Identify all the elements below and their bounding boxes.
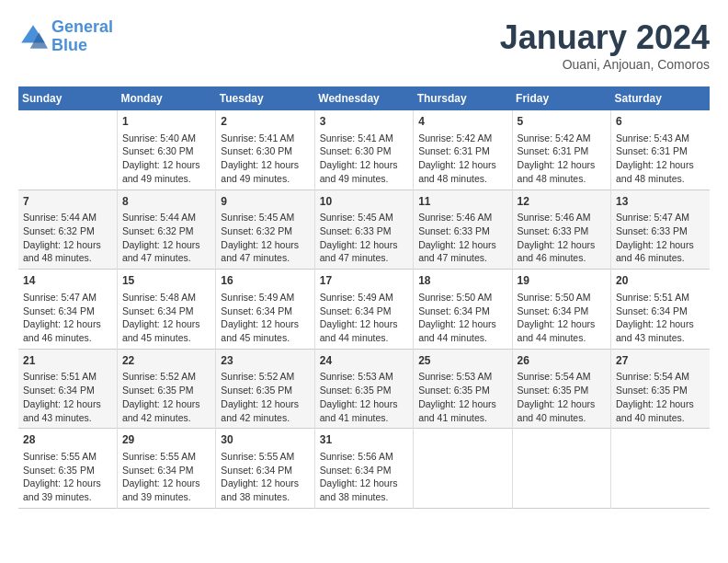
day-info: Sunrise: 5:50 AM xyxy=(418,291,506,304)
calendar-cell: 24Sunrise: 5:53 AMSunset: 6:35 PMDayligh… xyxy=(314,349,413,429)
location-subtitle: Ouani, Anjouan, Comoros xyxy=(500,57,710,72)
day-info: and 49 minutes. xyxy=(122,172,210,186)
calendar-cell: 27Sunrise: 5:54 AMSunset: 6:35 PMDayligh… xyxy=(611,349,710,429)
day-header-tuesday: Tuesday xyxy=(216,86,314,110)
day-info: Daylight: 12 hours xyxy=(122,397,210,411)
day-info: Sunrise: 5:52 AM xyxy=(221,370,309,384)
calendar-cell: 17Sunrise: 5:49 AMSunset: 6:34 PMDayligh… xyxy=(314,270,413,350)
day-info: Daylight: 12 hours xyxy=(518,158,606,172)
day-info: and 38 minutes. xyxy=(320,490,408,504)
day-info: Sunset: 6:34 PM xyxy=(221,304,309,318)
day-info: and 49 minutes. xyxy=(221,172,309,186)
day-info: Sunset: 6:35 PM xyxy=(616,384,705,397)
month-title: January 2024 xyxy=(500,18,710,57)
day-info: Sunrise: 5:46 AM xyxy=(518,211,606,224)
day-number: 19 xyxy=(518,273,606,289)
day-info: and 39 minutes. xyxy=(122,490,210,504)
day-info: Sunset: 6:34 PM xyxy=(23,304,112,318)
day-info: Sunset: 6:31 PM xyxy=(518,144,606,158)
day-info: Daylight: 12 hours xyxy=(221,477,309,490)
day-number: 11 xyxy=(418,194,506,210)
logo-text: General Blue xyxy=(51,18,113,55)
day-info: Daylight: 12 hours xyxy=(320,238,408,252)
day-header-sunday: Sunday xyxy=(18,86,117,110)
calendar-cell: 12Sunrise: 5:46 AMSunset: 6:33 PMDayligh… xyxy=(512,190,610,270)
day-info: and 47 minutes. xyxy=(320,251,408,265)
calendar-week-row: 7Sunrise: 5:44 AMSunset: 6:32 PMDaylight… xyxy=(18,190,710,270)
day-info: Daylight: 12 hours xyxy=(518,238,606,252)
day-info: Sunrise: 5:42 AM xyxy=(418,132,506,145)
day-info: and 48 minutes. xyxy=(23,251,112,265)
day-info: Daylight: 12 hours xyxy=(418,317,506,331)
day-info: and 43 minutes. xyxy=(616,331,705,345)
calendar-cell: 4Sunrise: 5:42 AMSunset: 6:31 PMDaylight… xyxy=(414,110,512,190)
day-info: Sunrise: 5:54 AM xyxy=(616,370,705,384)
day-number: 6 xyxy=(616,114,705,130)
day-info: Daylight: 12 hours xyxy=(320,317,408,331)
day-info: Daylight: 12 hours xyxy=(320,397,408,411)
day-info: Sunrise: 5:48 AM xyxy=(122,291,210,304)
day-info: and 45 minutes. xyxy=(221,331,309,345)
day-info: Sunset: 6:34 PM xyxy=(320,304,408,318)
calendar-cell: 20Sunrise: 5:51 AMSunset: 6:34 PMDayligh… xyxy=(611,270,710,350)
day-info: Sunset: 6:34 PM xyxy=(418,304,506,318)
day-info: Sunrise: 5:52 AM xyxy=(122,370,210,384)
day-info: and 43 minutes. xyxy=(23,411,112,425)
day-number: 29 xyxy=(122,432,210,448)
day-info: and 46 minutes. xyxy=(616,251,705,265)
day-info: Sunrise: 5:54 AM xyxy=(518,370,606,384)
day-info: Sunrise: 5:50 AM xyxy=(518,291,606,304)
day-info: Sunset: 6:33 PM xyxy=(320,224,408,238)
calendar-cell: 9Sunrise: 5:45 AMSunset: 6:32 PMDaylight… xyxy=(216,190,314,270)
day-info: Sunset: 6:34 PM xyxy=(221,464,309,477)
day-info: Sunrise: 5:45 AM xyxy=(221,211,309,224)
day-info: Sunrise: 5:47 AM xyxy=(23,291,112,304)
day-info: Sunset: 6:31 PM xyxy=(616,144,705,158)
day-info: and 39 minutes. xyxy=(23,490,112,504)
calendar-cell: 15Sunrise: 5:48 AMSunset: 6:34 PMDayligh… xyxy=(117,270,215,350)
calendar-cell: 11Sunrise: 5:46 AMSunset: 6:33 PMDayligh… xyxy=(414,190,512,270)
day-info: Sunset: 6:35 PM xyxy=(320,384,408,397)
day-info: Sunrise: 5:53 AM xyxy=(320,370,408,384)
day-info: Daylight: 12 hours xyxy=(518,317,606,331)
day-info: and 49 minutes. xyxy=(320,172,408,186)
day-info: Sunset: 6:35 PM xyxy=(122,384,210,397)
day-number: 7 xyxy=(23,194,112,210)
calendar-cell: 21Sunrise: 5:51 AMSunset: 6:34 PMDayligh… xyxy=(18,349,117,429)
day-info: Daylight: 12 hours xyxy=(221,158,309,172)
day-info: and 45 minutes. xyxy=(122,331,210,345)
calendar-cell: 30Sunrise: 5:55 AMSunset: 6:34 PMDayligh… xyxy=(216,429,314,509)
calendar-cell: 1Sunrise: 5:40 AMSunset: 6:30 PMDaylight… xyxy=(117,110,215,190)
calendar-week-row: 1Sunrise: 5:40 AMSunset: 6:30 PMDaylight… xyxy=(18,110,710,190)
day-header-thursday: Thursday xyxy=(414,86,512,110)
calendar-week-row: 21Sunrise: 5:51 AMSunset: 6:34 PMDayligh… xyxy=(18,349,710,429)
day-info: Sunset: 6:32 PM xyxy=(23,224,112,238)
calendar-cell: 22Sunrise: 5:52 AMSunset: 6:35 PMDayligh… xyxy=(117,349,215,429)
day-info: Daylight: 12 hours xyxy=(221,317,309,331)
day-number: 27 xyxy=(616,353,705,369)
day-number: 22 xyxy=(122,353,210,369)
day-info: Daylight: 12 hours xyxy=(23,238,112,252)
day-info: Sunrise: 5:55 AM xyxy=(221,450,309,464)
day-info: and 44 minutes. xyxy=(518,331,606,345)
day-header-friday: Friday xyxy=(512,86,610,110)
day-number: 31 xyxy=(320,432,408,448)
day-info: Sunrise: 5:47 AM xyxy=(616,211,705,224)
day-number: 15 xyxy=(122,273,210,289)
day-info: Sunset: 6:33 PM xyxy=(418,224,506,238)
calendar-cell: 8Sunrise: 5:44 AMSunset: 6:32 PMDaylight… xyxy=(117,190,215,270)
day-info: Daylight: 12 hours xyxy=(122,238,210,252)
day-header-saturday: Saturday xyxy=(611,86,710,110)
day-info: and 47 minutes. xyxy=(122,251,210,265)
day-header-wednesday: Wednesday xyxy=(314,86,413,110)
day-info: Daylight: 12 hours xyxy=(518,397,606,411)
day-number: 25 xyxy=(418,353,506,369)
day-info: Daylight: 12 hours xyxy=(122,477,210,490)
day-info: Sunset: 6:34 PM xyxy=(518,304,606,318)
calendar-cell: 10Sunrise: 5:45 AMSunset: 6:33 PMDayligh… xyxy=(314,190,413,270)
logo-icon xyxy=(18,22,48,52)
day-info: Sunset: 6:30 PM xyxy=(221,144,309,158)
day-info: Sunset: 6:33 PM xyxy=(616,224,705,238)
day-info: Sunrise: 5:44 AM xyxy=(23,211,112,224)
day-info: and 40 minutes. xyxy=(616,411,705,425)
